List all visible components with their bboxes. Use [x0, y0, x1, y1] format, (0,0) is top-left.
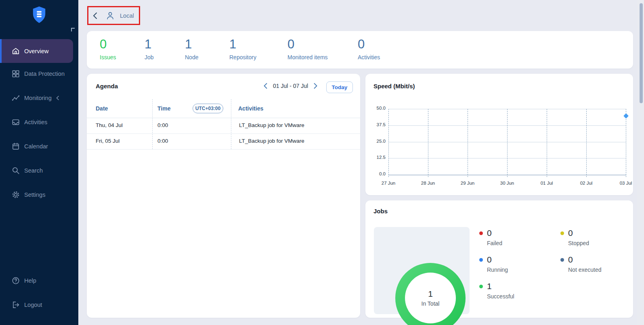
sidebar-item-logout[interactable]: Logout [0, 297, 78, 313]
x-tick-label: 28 Jun [416, 181, 440, 185]
not-executed-status-dot [560, 258, 564, 262]
stat-monitored-items[interactable]: 0 Monitored items [287, 38, 328, 60]
x-tick-label: 01 Jul [535, 181, 559, 185]
agenda-table-header: Date Time UTC+03:00 Activities [87, 99, 360, 118]
gridline-dashed [547, 109, 547, 177]
sidebar-item-label: Overview [24, 48, 48, 54]
cell-time: 0:00 [157, 138, 168, 144]
stat-issues[interactable]: 0 Issues [100, 38, 116, 60]
column-header-time[interactable]: Time [157, 105, 170, 112]
sidebar-item-label: Data Protection [24, 71, 65, 77]
sidebar-item-activities[interactable]: Activities [0, 114, 78, 130]
cell-date: Fri, 05 Jul [96, 138, 120, 144]
logout-icon [11, 300, 20, 309]
gridline-dashed [388, 109, 389, 177]
y-tick-label: 37.5 [366, 122, 386, 127]
gridline-dashed [428, 109, 428, 177]
timezone-badge[interactable]: UTC+03:00 [193, 104, 223, 113]
help-icon [11, 276, 20, 285]
stat-value: 0 [358, 38, 380, 51]
agenda-card: Agenda 01 Jul - 07 Jul Today Date Time U… [87, 74, 360, 318]
gear-icon [11, 190, 20, 199]
stat-job[interactable]: 1 Job [145, 38, 154, 60]
scrollbar-track[interactable] [637, 0, 644, 325]
sidebar-item-monitoring[interactable]: Monitoring [0, 90, 78, 106]
jobs-title: Jobs [373, 208, 388, 215]
y-tick-label: 50.0 [366, 106, 386, 110]
sidebar-item-search[interactable]: Search [0, 162, 78, 179]
prev-week-chevron-icon[interactable] [263, 83, 269, 89]
calendar-icon [11, 142, 20, 151]
y-tick-label: 25.0 [366, 139, 386, 144]
table-row[interactable]: Fri, 05 Jul 0:00 LT_Backup job for VMwar… [87, 133, 360, 150]
app-window: Overview Data Protection [0, 0, 644, 325]
stat-activities[interactable]: 0 Activities [358, 38, 380, 60]
sidebar-collapse-handle-icon[interactable] [71, 28, 75, 31]
stat-node[interactable]: 1 Node [185, 38, 198, 60]
jobs-donut-center: 1 In Total [405, 273, 456, 323]
jobs-total-value: 1 [428, 289, 433, 299]
cell-activity: LT_Backup job for VMware [239, 122, 304, 128]
grid-icon [11, 69, 20, 78]
sidebar-item-settings[interactable]: Settings [0, 187, 78, 203]
sidebar-item-label: Help [24, 277, 36, 284]
table-row[interactable]: Thu, 04 Jul 0:00 LT_Backup job for VMwar… [87, 118, 360, 134]
sidebar-item-data-protection[interactable]: Data Protection [0, 66, 78, 82]
y-tick-label: 0.0 [366, 171, 386, 176]
legend-value: 0 [487, 228, 492, 238]
x-tick-label: 30 Jun [495, 181, 519, 185]
sidebar-item-help[interactable]: Help [0, 273, 78, 289]
legend-label: Not executed [568, 267, 602, 273]
cell-date: Thu, 04 Jul [96, 122, 123, 128]
stat-value: 0 [100, 38, 116, 51]
sidebar-item-calendar[interactable]: Calendar [0, 138, 78, 154]
stat-repository[interactable]: 1 Repository [229, 38, 256, 60]
scrollbar-thumb[interactable] [640, 3, 643, 103]
column-header-date[interactable]: Date [96, 105, 108, 112]
jobs-donut-panel: 1 In Total [374, 227, 470, 314]
today-button[interactable]: Today [326, 81, 353, 93]
stat-value: 1 [145, 38, 154, 51]
summary-stats-card: 0 Issues 1 Job 1 Node 1 Repository 0 Mon… [87, 31, 633, 69]
speed-data-point[interactable] [623, 114, 629, 119]
search-icon [11, 166, 20, 175]
active-item-accent-bar [0, 39, 2, 63]
home-icon [11, 47, 20, 56]
cell-activity: LT_Backup job for VMware [239, 138, 304, 144]
stat-value: 1 [229, 38, 256, 51]
column-header-activities[interactable]: Activities [238, 105, 263, 112]
stat-label: Node [185, 54, 198, 60]
next-week-chevron-icon[interactable] [313, 83, 318, 89]
legend-label: Failed [487, 240, 502, 246]
stat-label: Issues [100, 54, 116, 60]
agenda-title: Agenda [96, 83, 118, 90]
sidebar-item-overview[interactable]: Overview [0, 39, 78, 63]
agenda-date-nav: 01 Jul - 07 Jul [263, 83, 318, 89]
sidebar-item-label: Monitoring [24, 95, 52, 101]
cell-time: 0:00 [157, 122, 168, 128]
date-range-label: 01 Jul - 07 Jul [273, 83, 308, 89]
legend-value: 0 [568, 228, 573, 238]
legend-label: Stopped [568, 240, 589, 246]
sidebar-item-label: Settings [24, 192, 45, 198]
gridline-dashed [507, 109, 508, 177]
stat-label: Job [145, 54, 154, 60]
legend-value: 0 [487, 255, 492, 265]
x-tick-label: 29 Jun [455, 181, 480, 185]
jobs-total-label: In Total [422, 300, 440, 307]
x-tick-label: 27 Jun [376, 181, 401, 185]
stat-value: 0 [287, 38, 328, 51]
legend-value: 1 [487, 281, 492, 291]
stat-value: 1 [185, 38, 198, 51]
sidebar: Overview Data Protection [0, 0, 78, 325]
speed-chart-card: Speed (Mbit/s) 50.0 37.5 25.0 12.5 0.0 2… [365, 74, 633, 195]
x-tick-label: 03 Jul [614, 181, 638, 185]
stat-label: Monitored items [287, 54, 328, 60]
highlight-annotation [87, 6, 140, 25]
gridline-dashed [586, 109, 587, 177]
gridline-dashed [626, 109, 626, 177]
sidebar-item-label: Calendar [24, 143, 48, 150]
monitoring-icon [11, 94, 20, 102]
app-logo [31, 6, 47, 24]
chevron-left-icon[interactable] [55, 95, 61, 101]
